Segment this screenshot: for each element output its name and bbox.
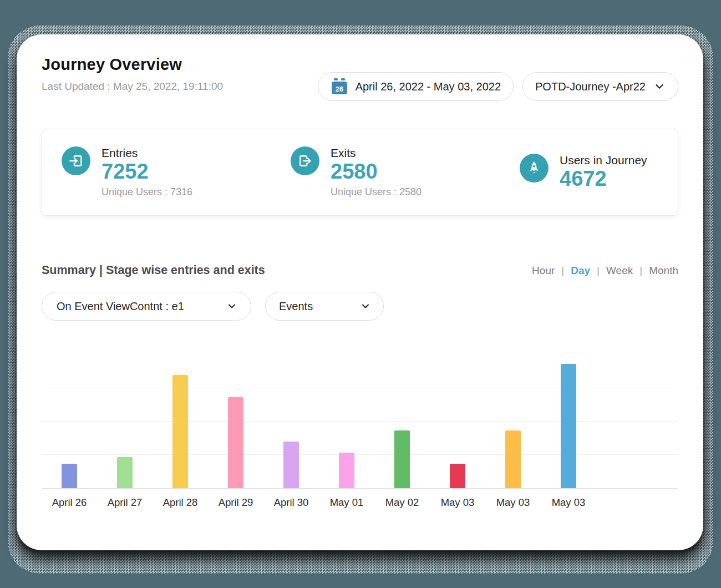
bar-column [263,442,319,488]
stat-users-in-journey: Users in Journey 4672 [520,154,658,191]
bar-april-29-3[interactable] [228,397,243,488]
title-block: Journey Overview Last Updated : May 25, … [42,55,223,93]
type-filter-select[interactable]: Events [265,292,384,321]
stat-users-text: Users in Journey 4672 [560,154,647,191]
bar-may-02-6[interactable] [394,430,410,488]
stat-exits: Exits 2580 Unique Users : 2580 [291,146,520,199]
x-axis-label: April 27 [97,496,153,509]
rocket-icon [520,154,549,183]
stat-entries: Entries 7252 Unique Users : 7316 [62,146,291,199]
page-title: Journey Overview [42,55,223,74]
bars-row [42,349,596,488]
stat-entries-unique-users: Unique Users : 7316 [101,186,192,198]
stat-exits-value: 2580 [331,160,422,184]
bar-column [541,364,596,488]
header: Journey Overview Last Updated : May 25, … [42,55,678,101]
x-axis-label: April 28 [153,496,208,509]
bar-column [430,464,485,488]
stats-card: Entries 7252 Unique Users : 7316 Exits 2… [42,129,678,216]
x-axis-label: May 03 [541,496,596,509]
stat-entries-text: Entries 7252 Unique Users : 7316 [101,146,192,199]
bar-april-27-1[interactable] [117,457,133,488]
last-updated-text: Last Updated : May 25, 2022, 19:11:00 [42,80,223,93]
stat-exits-text: Exits 2580 Unique Users : 2580 [331,146,422,199]
date-range-text: April 26, 2022 - May 03, 2022 [356,80,501,93]
bar-april-30-4[interactable] [283,442,299,488]
stat-entries-label: Entries [101,146,192,160]
tab-week[interactable]: Week [606,265,633,277]
login-icon [62,146,90,175]
journey-select-value: POTD-Journey -Apr22 [535,80,646,93]
stat-exits-unique-users: Unique Users : 2580 [331,186,422,198]
svg-text:26: 26 [335,85,343,93]
journey-overview-card: Journey Overview Last Updated : May 25, … [17,34,703,550]
date-range-picker[interactable]: 26 April 26, 2022 - May 03, 2022 [318,72,514,101]
bar-may-03-7[interactable] [450,464,465,488]
chevron-down-icon [653,80,666,93]
tab-day[interactable]: Day [571,265,590,277]
tab-separator: | [561,265,564,277]
bar-may-03-8[interactable] [505,430,521,488]
bar-column [97,457,153,488]
tab-separator: | [597,265,600,277]
bar-column [208,397,263,488]
stat-users-label: Users in Journey [560,154,647,167]
tab-hour[interactable]: Hour [532,265,555,277]
summary-header: Summary | Stage wise entries and exits H… [42,263,678,277]
bar-may-01-5[interactable] [339,453,354,488]
bar-may-03-9[interactable] [561,364,576,488]
x-axis-label: April 26 [42,496,97,509]
bar-april-28-2[interactable] [172,375,188,488]
x-axis-label: April 30 [263,496,319,509]
stat-entries-value: 7252 [101,160,192,184]
x-axis-label: May 03 [430,496,485,509]
summary-title: Summary | Stage wise entries and exits [42,263,265,277]
chart-plot-area [42,349,678,489]
bar-column [42,464,97,488]
calendar-icon: 26 [331,78,348,95]
x-axis-label: April 29 [208,496,263,509]
type-filter-value: Events [279,300,313,313]
x-axis-label: May 03 [485,496,541,509]
bar-april-26-0[interactable] [62,464,77,488]
tab-month[interactable]: Month [649,265,678,277]
bar-chart: April 26April 27April 28April 29April 30… [42,349,678,509]
logout-icon [291,146,319,175]
tab-separator: | [639,265,642,277]
bar-column [374,430,430,488]
stat-exits-label: Exits [331,146,422,160]
event-filter-value: On Event ViewContnt : e1 [57,300,184,313]
journey-select[interactable]: POTD-Journey -Apr22 [522,72,678,101]
bar-column [485,430,541,488]
event-filter-select[interactable]: On Event ViewContnt : e1 [42,292,251,321]
x-axis-label: May 02 [374,496,430,509]
chart-filters: On Event ViewContnt : e1 Events [42,292,678,321]
chevron-down-icon [226,301,237,312]
stat-users-value: 4672 [560,167,647,191]
x-axis-labels: April 26April 27April 28April 29April 30… [42,496,678,509]
chevron-down-icon [360,301,371,312]
bar-column [153,375,208,488]
header-controls: 26 April 26, 2022 - May 03, 2022 POTD-Jo… [318,72,678,101]
bar-column [319,453,374,488]
granularity-tabs: Hour|Day|Week|Month [532,265,678,277]
x-axis-label: May 01 [319,496,374,509]
